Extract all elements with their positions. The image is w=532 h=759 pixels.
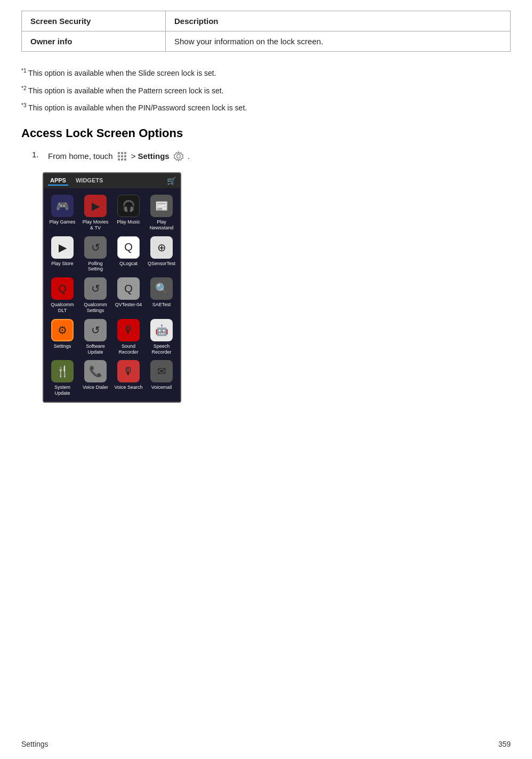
footnote: *1 This option is available when the Sli… [21,67,511,79]
app-label: Qualcomm Settings [81,302,110,314]
app-label: System Update [48,385,77,396]
numbered-list: 1. From home, touch [32,150,511,163]
app-icon: ↺ [84,236,107,259]
app-label: Play Store [51,261,74,267]
app-item[interactable]: 🍴System Update [46,357,79,398]
app-label: Play Games [49,219,75,225]
list-item: 1. From home, touch [32,150,511,163]
app-label: Polling Setting [81,261,110,273]
svg-point-4 [121,155,123,157]
phone-tabs: APPS WIDGETS [48,176,105,186]
app-icon: 🍴 [51,360,74,382]
app-item[interactable]: QQualcomm DLT [46,274,79,316]
app-label: Play Newsstand [147,219,176,231]
app-icon: 🎮 [51,195,74,217]
app-label: Qualcomm DLT [48,302,77,314]
app-label: Voice Search [114,385,142,390]
app-item[interactable]: QQVTester-04 [112,274,145,316]
table-row: Owner info Show your information on the … [22,31,511,52]
app-item[interactable]: ↺Qualcomm Settings [79,274,112,316]
app-icon: Q [117,236,140,259]
app-label: QLogcat [119,261,138,267]
app-icon: 🤖 [150,319,173,341]
app-icon: 🎙 [117,319,140,341]
step-prefix: From home, touch [48,150,113,163]
app-item[interactable]: ↺Software Update [79,316,112,357]
app-icon: ↺ [84,319,107,341]
svg-point-0 [118,152,120,154]
svg-point-6 [118,158,120,161]
app-label: Play Music [117,219,140,225]
footnote: *2 This option is available when the Pat… [21,84,511,97]
security-table: Screen Security Description Owner info S… [21,11,511,52]
footer-right: 359 [498,740,511,748]
phone-screenshot-wrapper: APPS WIDGETS 🛒 🎮Play Games▶Play Movies &… [43,172,511,403]
app-icon: ▶ [84,195,107,217]
phone-screenshot: APPS WIDGETS 🛒 🎮Play Games▶Play Movies &… [43,172,181,403]
app-icon: ⚙ [51,319,74,341]
list-item-number: 1. [32,150,45,159]
app-item[interactable]: 🎮Play Games [46,191,79,233]
app-item[interactable]: ⊕QSensorTest [145,233,178,275]
app-item[interactable]: 🎙Voice Search [112,357,145,398]
svg-point-9 [176,154,180,158]
app-icon: 📰 [150,195,173,217]
app-item[interactable]: 🎙Sound Recorder [112,316,145,357]
app-icon: 📞 [84,360,107,382]
app-label: QVTester-04 [115,302,142,308]
apps-icon [116,150,128,162]
table-header-description: Description [166,11,511,31]
app-icon: 🎙 [117,360,140,382]
app-icon: ▶ [51,236,74,259]
app-item[interactable]: 🔍SAETest [145,274,178,316]
svg-point-2 [124,152,126,154]
footer-left: Settings [21,740,49,748]
app-item[interactable]: 🎧Play Music [112,191,145,233]
app-label: Settings [54,343,71,349]
app-item[interactable]: 📰Play Newsstand [145,191,178,233]
svg-point-1 [121,152,123,154]
footnotes-container: *1 This option is available when the Sli… [21,67,511,114]
app-icon: ⊕ [150,236,173,259]
tab-widgets[interactable]: WIDGETS [74,176,105,186]
app-item[interactable]: QQLogcat [112,233,145,275]
app-label: Voice Dialer [83,385,108,390]
svg-point-3 [118,155,120,157]
cart-icon: 🛒 [167,177,176,185]
svg-point-8 [124,158,126,161]
app-item[interactable]: ▶Play Movies & TV [79,191,112,233]
app-item[interactable]: 📞Voice Dialer [79,357,112,398]
app-icon: ↺ [84,277,107,300]
app-item[interactable]: ⚙Settings [46,316,79,357]
step-suffix: . [188,150,190,163]
app-item[interactable]: ▶Play Store [46,233,79,275]
app-label: Play Movies & TV [81,219,110,231]
app-icon: 🎧 [117,195,140,217]
app-icon: ✉ [150,360,173,382]
phone-top-bar: APPS WIDGETS 🛒 [44,173,180,188]
app-icon: Q [51,277,74,300]
section-heading: Access Lock Screen Options [21,126,511,140]
table-cell-description: Show your information on the lock screen… [166,31,511,52]
settings-text: Settings [138,150,169,163]
footnote: *3 This option is available when the PIN… [21,101,511,114]
tab-apps[interactable]: APPS [48,176,68,186]
page-footer: Settings 359 [0,740,532,748]
step-middle: > [131,150,136,163]
app-item[interactable]: ✉Voicemail [145,357,178,398]
list-item-content: From home, touch > [48,150,190,163]
app-label: Sound Recorder [114,343,143,355]
app-icon: 🔍 [150,277,173,300]
phone-grid: 🎮Play Games▶Play Movies & TV🎧Play Music📰… [44,188,180,402]
app-label: Speech Recorder [147,343,176,355]
app-item[interactable]: 🤖Speech Recorder [145,316,178,357]
app-label: Voicemail [151,385,172,390]
table-header-security: Screen Security [22,11,166,31]
app-label: Software Update [81,343,110,355]
app-label: SAETest [152,302,171,308]
app-item[interactable]: ↺Polling Setting [79,233,112,275]
app-label: QSensorTest [148,261,175,267]
app-icon: Q [117,277,140,300]
table-cell-feature: Owner info [22,31,166,52]
svg-point-5 [124,155,126,157]
